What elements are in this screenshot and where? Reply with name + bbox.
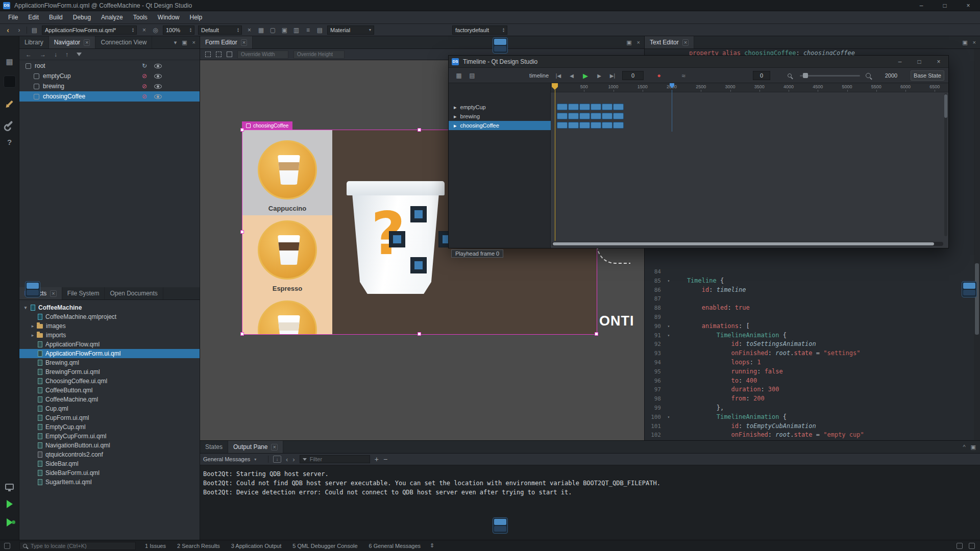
project-file-coffeebutton-qml[interactable]: CoffeeButton.qml	[19, 386, 200, 395]
spinner-icon[interactable]: ▴▾	[503, 28, 504, 33]
expand-arrow-icon[interactable]: ▸	[454, 104, 457, 111]
filter-icon[interactable]	[77, 53, 82, 59]
timeline-zoom-slider[interactable]	[800, 68, 860, 83]
keyframe-cell[interactable]	[568, 122, 579, 129]
float-pane-icon[interactable]: ▣	[182, 39, 187, 46]
move-down-icon[interactable]: ↓	[54, 51, 57, 58]
keyframe-cell[interactable]	[613, 104, 624, 110]
no-export-icon[interactable]: ⊘	[142, 72, 147, 80]
document-icon[interactable]: ▤	[31, 27, 38, 34]
tab-text-editor[interactable]: Text Editor ×	[645, 36, 694, 48]
navigator-item-root[interactable]: root↻	[19, 61, 200, 71]
zoom-selector[interactable]: 100% ▴▾	[163, 26, 194, 35]
project-file-emptycup-qml[interactable]: EmptyCup.qml	[19, 422, 200, 432]
play-icon[interactable]: ▶	[579, 68, 592, 83]
timeline-title-bar[interactable]: DS Timeline - Qt Design Studio – □ ×	[449, 56, 948, 68]
record-icon[interactable]: ●	[653, 68, 665, 83]
projects-tab-file-system[interactable]: File System	[62, 287, 105, 299]
dock-indicator-bottom[interactable]	[493, 517, 508, 534]
jump-to-end-icon[interactable]: ▶|	[607, 68, 618, 83]
project-file-coffeemachine-qmlproject[interactable]: CoffeeMachine.qmlproject	[19, 312, 200, 321]
dock-indicator-top[interactable]	[493, 37, 508, 54]
spinner-icon[interactable]: ▴▾	[132, 28, 134, 33]
keyframe-cell[interactable]	[568, 113, 579, 119]
anchor-bottom-handle[interactable]	[410, 257, 427, 273]
previous-frame-icon[interactable]: ◀	[566, 68, 577, 83]
zoom-slider-handle[interactable]	[803, 73, 808, 78]
chevron-down-icon[interactable]: ▾	[174, 39, 177, 46]
override-width-field[interactable]: Override Width	[237, 51, 288, 59]
editor-tool-icon-2[interactable]: ▢	[269, 27, 277, 34]
anchor-top-handle[interactable]	[410, 206, 427, 222]
anchor-left-handle[interactable]	[389, 231, 405, 247]
keyframe-cell[interactable]	[568, 104, 579, 110]
menu-debug[interactable]: Debug	[68, 14, 96, 21]
menu-file[interactable]: File	[3, 14, 23, 21]
keyframe-bar-emptycup[interactable]	[557, 104, 624, 110]
minimize-button[interactable]: –	[890, 56, 910, 67]
close-icon[interactable]: ×	[50, 290, 56, 297]
zoom-out-icon[interactable]	[786, 68, 794, 83]
keyframe-cell[interactable]	[591, 122, 601, 129]
status-view-2-search-results[interactable]: 2 Search Results	[177, 543, 220, 549]
sidebar-toggle-icon[interactable]	[957, 543, 963, 549]
close-pane-icon[interactable]: ×	[637, 39, 640, 45]
project-file-cupform-ui-qml[interactable]: CupForm.ui.qml	[19, 413, 200, 422]
collapse-pane-icon[interactable]: ^	[963, 444, 965, 450]
run-button[interactable]	[7, 500, 13, 508]
resize-handle[interactable]	[418, 332, 421, 336]
editor-tool-icon-6[interactable]: ▤	[316, 27, 324, 34]
open-file-selector[interactable]: ApplicationFlowForm.ui.qml* ▴▾	[42, 26, 137, 35]
kit-device-icon[interactable]	[5, 484, 14, 490]
project-file-applicationflowform-ui-qml[interactable]: ApplicationFlowForm.ui.qml	[19, 349, 200, 358]
forward-icon[interactable]: ›	[15, 27, 23, 34]
show-bounds-icon[interactable]	[227, 52, 232, 57]
style-selector[interactable]: Default ▴▾	[198, 26, 242, 35]
keyframe-cell[interactable]	[579, 113, 590, 119]
close-button[interactable]: ×	[929, 56, 948, 67]
remove-output-icon[interactable]: −	[383, 455, 387, 463]
scrollbar-thumb[interactable]	[944, 94, 947, 118]
visibility-eye-icon[interactable]	[154, 94, 162, 99]
close-icon[interactable]: ×	[682, 39, 689, 46]
status-view-3-application-output[interactable]: 3 Application Output	[231, 543, 281, 549]
navigator-tab-library[interactable]: Library	[19, 36, 49, 48]
close-pane-icon[interactable]: ×	[192, 39, 195, 45]
base-state-button[interactable]: Base State	[911, 68, 944, 83]
kit-selector[interactable]: factorydefault ▴▾	[452, 26, 507, 35]
coffee-option-circle-cappuccino[interactable]	[258, 140, 317, 199]
prev-item-icon[interactable]: ‹	[286, 456, 288, 463]
resize-handle[interactable]	[595, 332, 598, 336]
keyframe-cell[interactable]	[602, 122, 612, 129]
projects-wrench-icon[interactable]	[6, 120, 13, 128]
locator-input[interactable]: Type to locate (Ctrl+K)	[19, 542, 136, 550]
project-file-sidebar-qml[interactable]: SideBar.qml	[19, 459, 200, 468]
project-file-sugaritem-ui-qml[interactable]: SugarItem.ui.qml	[19, 478, 200, 487]
nav-back-icon[interactable]: ←	[26, 51, 32, 58]
status-view-5-qml-debugger-console[interactable]: 5 QML Debugger Console	[292, 543, 357, 549]
float-pane-icon[interactable]: ▣	[626, 39, 631, 46]
keyframe-tools-icon[interactable]: ▤	[467, 68, 477, 83]
maximize-button[interactable]: □	[933, 0, 957, 11]
project-file-cup-qml[interactable]: Cup.qml	[19, 404, 200, 413]
menu-help[interactable]: Help	[185, 14, 208, 21]
project-file-navigationbutton-ui-qml[interactable]: NavigationButton.ui.qml	[19, 441, 200, 450]
panel-toggle-icon[interactable]	[969, 543, 975, 549]
editor-tool-icon-5[interactable]: ≡	[304, 27, 312, 34]
resize-handle[interactable]	[240, 332, 244, 336]
close-icon[interactable]: ×	[271, 444, 277, 450]
save-log-icon[interactable]: ↓	[273, 456, 281, 463]
keyframe-cell[interactable]	[602, 104, 612, 110]
zoom-frame-field[interactable]: 0	[753, 68, 770, 83]
expand-arrow-icon[interactable]: ▸	[29, 333, 37, 338]
visibility-eye-icon[interactable]	[154, 64, 162, 68]
back-icon[interactable]: ‹	[4, 26, 12, 34]
navigator-tab-navigator[interactable]: Navigator×	[49, 36, 96, 48]
keyframe-bar-choosingcoffee[interactable]	[557, 122, 624, 129]
fold-marker-icon[interactable]: ▾	[665, 322, 672, 331]
nav-forward-icon[interactable]: →	[40, 51, 46, 58]
project-file-sidebarform-ui-qml[interactable]: SideBarForm.ui.qml	[19, 468, 200, 478]
visibility-eye-icon[interactable]	[154, 84, 162, 89]
project-file-brewingform-ui-qml[interactable]: BrewingForm.ui.qml	[19, 367, 200, 377]
fold-marker-icon[interactable]: ▾	[665, 331, 672, 340]
